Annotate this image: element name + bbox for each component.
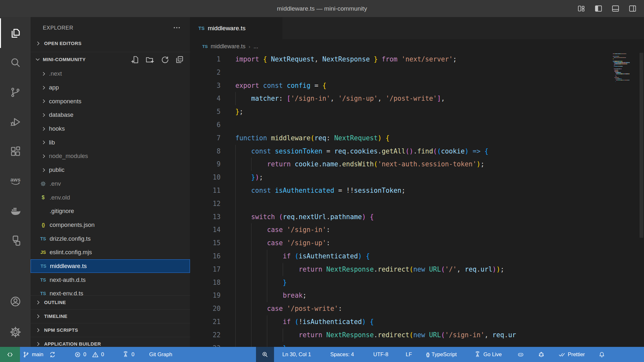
status-remote-indicator[interactable]	[0, 347, 20, 362]
code-line-14[interactable]: 14case '/sign-in':	[190, 223, 644, 237]
more-actions-icon[interactable]	[627, 23, 636, 32]
status-language-mode[interactable]: {}TypeScript	[423, 347, 459, 362]
code-line-content: import { NextRequest, NextResponse } fro…	[235, 53, 457, 66]
chevron-right-icon	[41, 167, 47, 173]
tree-item-hooks[interactable]: hooks	[31, 122, 190, 136]
tree-item--env-old[interactable]: $.env.old	[31, 190, 190, 204]
code-line-16[interactable]: 16if (isAuthenticated) {	[190, 250, 644, 263]
tree-item-next-auth-d-ts[interactable]: TSnext-auth.d.ts	[31, 273, 190, 287]
outline-section[interactable]: OUTLINE	[31, 295, 190, 309]
status-indentation[interactable]: Spaces: 4	[328, 347, 356, 362]
tree-item-eslint-config-mjs[interactable]: JSeslint.config.mjs	[31, 246, 190, 259]
customize-layout-icon[interactable]	[577, 4, 586, 13]
activity-bar-item-accounts[interactable]	[0, 287, 31, 316]
tree-item-database[interactable]: database	[31, 108, 190, 122]
tree-item-app[interactable]: app	[31, 81, 190, 95]
code-line-7[interactable]: 7function middleware(req: NextRequest) {	[190, 132, 644, 145]
code-line-18[interactable]: 18}	[190, 276, 644, 289]
typescript-file-icon: TS	[202, 44, 208, 49]
code-line-1[interactable]: 1import { NextRequest, NextResponse } fr…	[190, 53, 644, 66]
collapse-all-icon[interactable]	[175, 55, 184, 64]
tree-item-components[interactable]: components	[31, 94, 190, 108]
code-line-12[interactable]: 12	[190, 197, 644, 210]
toggle-secondary-sidebar-icon[interactable]	[628, 4, 637, 13]
timeline-section[interactable]: TIMELINE	[31, 309, 190, 323]
status-notifications[interactable]	[596, 347, 608, 362]
activity-bar-item-explorer[interactable]	[0, 18, 31, 48]
new-file-icon[interactable]	[130, 55, 140, 64]
minimap-line	[613, 65, 630, 65]
breadcrumb-file[interactable]: middleware.ts	[211, 43, 245, 50]
minimap[interactable]	[613, 53, 630, 82]
line-number: 4	[190, 92, 221, 105]
activity-bar-item-aws[interactable]: aws	[0, 166, 31, 196]
status-prettier[interactable]: Prettier	[556, 347, 587, 362]
code-line-19[interactable]: 19break;	[190, 289, 644, 302]
split-editor-icon[interactable]	[607, 23, 616, 32]
chevron-right-icon	[35, 313, 42, 320]
code-line-3[interactable]: 3export const config = {	[190, 79, 644, 92]
activity-bar-item-docker[interactable]	[0, 196, 31, 226]
code-line-11[interactable]: 11const isAuthenticated = !!sessionToken…	[190, 184, 644, 197]
tree-item--gitignore[interactable]: .gitignore	[31, 204, 190, 218]
tree-item-drizzle-config-ts[interactable]: TSdrizzle.config.ts	[31, 232, 190, 246]
status-copilot[interactable]	[515, 347, 527, 362]
activity-bar-item-search[interactable]	[0, 48, 31, 78]
code-line-23[interactable]: 23}	[190, 342, 644, 347]
sidebar-bottom-sections: OUTLINE TIMELINE NPM SCRIPTS APPLICATION…	[31, 295, 190, 347]
tree-item-public[interactable]: public	[31, 163, 190, 177]
code-line-22[interactable]: 22return NextResponse.redirect(new URL('…	[190, 329, 644, 342]
code-line-10[interactable]: 10});	[190, 171, 644, 184]
tree-item-lib[interactable]: lib	[31, 135, 190, 149]
code-line-2[interactable]: 2	[190, 66, 644, 79]
status-cursor-position[interactable]: Ln 30, Col 1	[280, 347, 314, 362]
code-line-15[interactable]: 15case '/sign-up':	[190, 237, 644, 250]
tree-item-next-env-d-ts[interactable]: TSnext-env.d.ts	[31, 287, 190, 295]
code-editor[interactable]: 1import { NextRequest, NextResponse } fr…	[190, 53, 644, 347]
status-encoding[interactable]: UTF-8	[371, 347, 391, 362]
status-graphql[interactable]	[535, 347, 547, 362]
npm-scripts-section[interactable]: NPM SCRIPTS	[31, 323, 190, 337]
application-builder-section[interactable]: APPLICATION BUILDER	[31, 337, 190, 347]
tree-item-node-modules[interactable]: node_modules	[31, 149, 190, 163]
tree-item--env[interactable]: .env	[31, 177, 190, 191]
code-line-6[interactable]: 6	[190, 118, 644, 132]
activity-bar-item-project-explorer[interactable]	[0, 226, 31, 255]
code-line-21[interactable]: 21if (!isAuthenticated) {	[190, 315, 644, 329]
activity-bar-item-extensions[interactable]	[0, 137, 31, 166]
status-zoom-indicator[interactable]	[256, 347, 274, 362]
status-problems[interactable]: 00	[71, 347, 107, 362]
tree-item--next[interactable]: .next	[31, 67, 190, 81]
code-line-5[interactable]: 5};	[190, 105, 644, 118]
project-section-header[interactable]: MINI-COMMUNITY	[31, 52, 190, 67]
editor-scrollbar[interactable]	[639, 53, 643, 238]
status-go-live[interactable]: Go Live	[471, 347, 504, 362]
toggle-primary-sidebar-icon[interactable]	[594, 4, 603, 13]
status-git-graph[interactable]: Git Graph	[147, 347, 175, 362]
window-layout-controls	[577, 0, 637, 17]
code-line-17[interactable]: 17return NextResponse.redirect(new URL('…	[190, 263, 644, 276]
refresh-icon[interactable]	[160, 55, 169, 64]
open-editors-section[interactable]: OPEN EDITORS	[31, 35, 190, 52]
code-line-20[interactable]: 20case '/post-write':	[190, 302, 644, 315]
toggle-panel-icon[interactable]	[611, 4, 620, 13]
breadcrumb[interactable]: TS middleware.ts › ...	[190, 39, 644, 54]
tree-item-middleware-ts[interactable]: TSmiddleware.ts	[31, 259, 190, 273]
status-ports[interactable]: 0	[119, 347, 137, 362]
status-git-branch[interactable]: main	[20, 347, 59, 362]
activity-bar-item-source-control[interactable]	[0, 78, 31, 107]
code-line-8[interactable]: 8const sessionToken = req.cookies.getAll…	[190, 145, 644, 158]
new-folder-icon[interactable]	[145, 55, 155, 64]
code-line-9[interactable]: 9return cookie.name.endsWith('next-auth.…	[190, 158, 644, 171]
status-eol[interactable]: LF	[403, 347, 414, 362]
activity-bar-item-run-and-debug[interactable]	[0, 107, 31, 137]
code-line-13[interactable]: 13switch (req.nextUrl.pathname) {	[190, 210, 644, 224]
activity-bar-item-settings[interactable]	[0, 317, 31, 347]
code-line-4[interactable]: 4matcher: ['/sign-in', '/sign-up', '/pos…	[190, 92, 644, 105]
breadcrumb-more[interactable]: ...	[253, 43, 258, 50]
close-icon[interactable]	[251, 25, 258, 32]
more-actions-icon[interactable]	[173, 23, 181, 32]
tab-middleware-ts[interactable]: TS middleware.ts	[190, 17, 282, 39]
code-line-content: }	[235, 276, 287, 289]
tree-item-components-json[interactable]: {}components.json	[31, 218, 190, 232]
